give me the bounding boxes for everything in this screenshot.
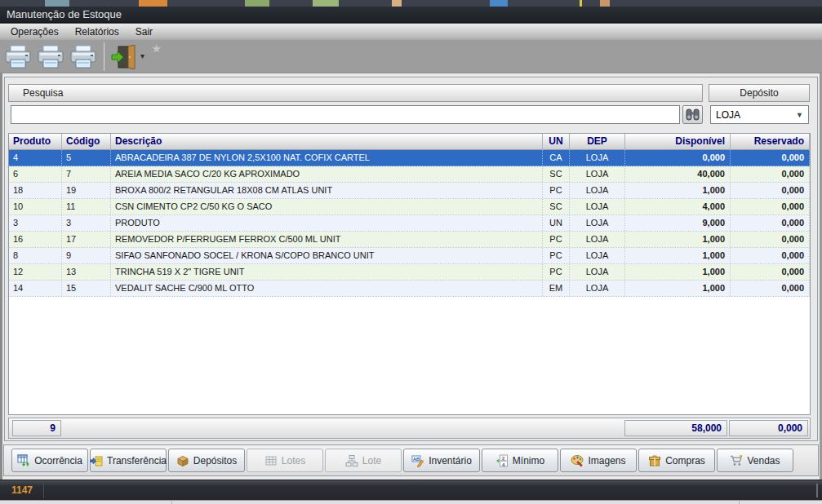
background-icon [490, 0, 508, 7]
deposito-selected-value: LOJA [716, 109, 740, 121]
header-dep[interactable]: DEP [570, 134, 625, 149]
cell-disponivel: 1,000 [625, 183, 731, 198]
transfer-icon [90, 454, 103, 467]
search-input[interactable] [11, 105, 680, 124]
total-disponivel: 58,000 [624, 420, 727, 436]
record-count: 1147 [11, 484, 33, 496]
star-icon[interactable]: ★ [151, 42, 162, 56]
compras-label: Compras [665, 455, 705, 466]
header-un[interactable]: UN [543, 134, 570, 149]
ocorrencia-label: Ocorrência [34, 455, 82, 466]
cell-un: PC [543, 232, 570, 247]
cell-disponivel: 9,000 [625, 215, 731, 231]
minimo-button[interactable]: 2 4 Mínimo [482, 449, 558, 472]
cell-dep: LOJA [570, 215, 625, 231]
background-icon [245, 0, 269, 7]
deposito-select[interactable]: LOJA ▼ [710, 105, 809, 124]
print-button-1[interactable] [2, 42, 33, 71]
cell-dep: LOJA [570, 150, 625, 166]
cell-produto: 12 [9, 264, 62, 280]
menubar: Operações Relatórios Sair [0, 23, 822, 40]
cell-reservado: 0,000 [731, 248, 810, 263]
print-button-3[interactable] [68, 42, 99, 71]
totals-bar: 9 58,000 0,000 [8, 418, 811, 439]
header-codigo[interactable]: Código [62, 134, 111, 149]
printer-icon [69, 45, 97, 69]
lotes-button: Lotes [247, 449, 323, 472]
exit-button[interactable] [108, 42, 139, 71]
cell-codigo: 13 [62, 264, 111, 280]
table-row[interactable]: 3 3 PRODUTO UN LOJA 9,000 0,000 [9, 215, 810, 232]
cell-descricao: REMOVEDOR P/FERRUGEM FERROX C/500 ML UNI… [111, 232, 543, 247]
cell-disponivel: 1,000 [625, 264, 731, 280]
transferencia-label: Transferência [107, 455, 167, 466]
toolbar-separator [104, 42, 104, 71]
header-reservado[interactable]: Reservado [731, 134, 810, 149]
table-header-row: Produto Código Descrição UN DEP Disponív… [9, 134, 810, 150]
table-row[interactable]: 14 15 VEDALIT SACHE C/900 ML OTTO EM LOJ… [9, 281, 810, 297]
cell-un: PC [543, 264, 570, 280]
cell-dep: LOJA [570, 183, 625, 198]
binoculars-icon [686, 108, 700, 121]
cell-codigo: 11 [62, 199, 111, 214]
background-icon [139, 0, 167, 7]
svg-text:AB: AB [413, 456, 420, 461]
header-descricao[interactable]: Descrição [111, 134, 543, 149]
print-button-2[interactable] [35, 42, 66, 71]
inventario-button[interactable]: AB Inventário [403, 449, 480, 472]
cell-reservado: 0,000 [731, 166, 810, 182]
compras-button[interactable]: Compras [638, 449, 715, 472]
menu-sair[interactable]: Sair [127, 24, 161, 41]
cell-produto: 10 [9, 199, 62, 214]
cell-un: SC [543, 166, 570, 182]
cell-disponivel: 1,000 [625, 281, 731, 296]
cell-produto: 3 [9, 215, 62, 231]
table-row-selected[interactable]: 4 5 ABRACADEIRA 387 DE NYLON 2,5X100 NAT… [9, 150, 810, 166]
cell-dep: LOJA [570, 232, 625, 247]
cell-disponivel: 1,000 [625, 232, 731, 247]
total-record-count: 9 [12, 420, 61, 436]
action-button-bar: Ocorrência Transferência Depósitos [3, 444, 819, 476]
cell-reservado: 0,000 [731, 281, 810, 296]
cell-reservado: 0,000 [731, 183, 810, 198]
background-icon [392, 0, 402, 7]
cell-dep: LOJA [570, 248, 625, 263]
table-row[interactable]: 10 11 CSN CIMENTO CP2 C/50 KG O SACO SC … [9, 199, 810, 215]
cell-produto: 8 [9, 248, 62, 263]
cell-dep: LOJA [570, 281, 625, 296]
cell-reservado: 0,000 [731, 215, 810, 231]
cell-descricao: CSN CIMENTO CP2 C/50 KG O SACO [111, 199, 543, 214]
background-bottom-strip [0, 500, 822, 504]
search-header-label: Pesquisa [23, 87, 63, 99]
search-group-header: Pesquisa [8, 84, 703, 102]
transferencia-button[interactable]: Transferência [90, 449, 167, 472]
menu-relatorios[interactable]: Relatórios [67, 24, 127, 41]
table-row[interactable]: 12 13 TRINCHA 519 X 2" TIGRE UNIT PC LOJ… [9, 264, 810, 281]
statusbar-separator [43, 483, 44, 498]
printer-icon [37, 45, 64, 69]
table-row[interactable]: 16 17 REMOVEDOR P/FERRUGEM FERROX C/500 … [9, 232, 810, 248]
depositos-button[interactable]: Depósitos [168, 449, 245, 472]
lot-hierarchy-icon [345, 454, 358, 467]
cell-reservado: 0,000 [731, 199, 810, 214]
cell-produto: 14 [9, 281, 62, 296]
images-palette-icon [571, 454, 584, 467]
inventory-edit-icon: AB [411, 454, 424, 467]
lote-label: Lote [362, 455, 381, 466]
table-row[interactable]: 6 7 AREIA MEDIA SACO C/20 KG APROXIMADO … [9, 166, 810, 183]
table-row[interactable]: 18 19 BROXA 800/2 RETANGULAR 18X08 CM AT… [9, 183, 810, 199]
chevron-down-icon[interactable]: ▾ [140, 51, 144, 60]
cell-un: EM [543, 281, 570, 296]
vendas-button[interactable]: Vendas [717, 449, 793, 472]
search-find-button[interactable] [682, 105, 703, 124]
cell-disponivel: 1,000 [625, 248, 731, 263]
cell-codigo: 15 [62, 281, 111, 296]
warehouse-box-icon [176, 454, 189, 467]
imagens-button[interactable]: Imagens [560, 449, 637, 472]
table-row[interactable]: 8 9 SIFAO SANFONADO SOCEL / KRONA S/COPO… [9, 248, 810, 264]
menu-operacoes[interactable]: Operações [2, 24, 67, 41]
header-disponivel[interactable]: Disponível [625, 134, 731, 149]
header-produto[interactable]: Produto [9, 134, 62, 149]
ocorrencia-button[interactable]: Ocorrência [11, 449, 88, 472]
lots-grid-icon [264, 454, 278, 467]
